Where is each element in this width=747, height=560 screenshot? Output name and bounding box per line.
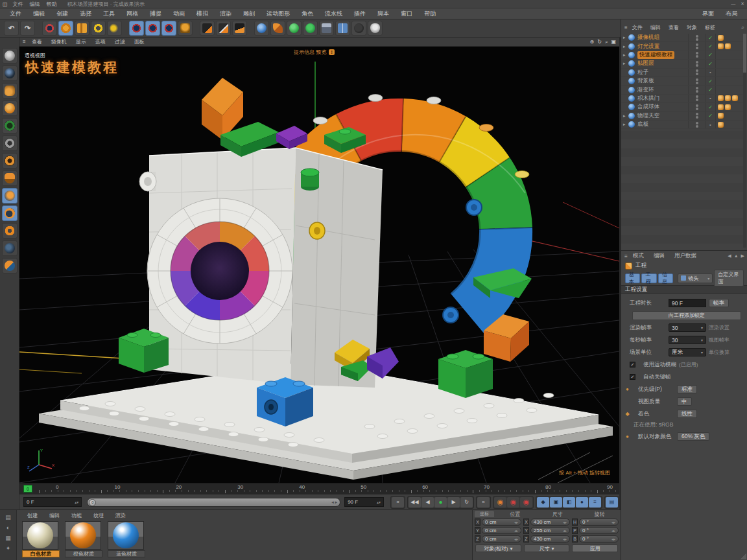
viewport-solo-button[interactable]: [2, 188, 18, 204]
coordinate-field[interactable]: 0 °◂▸: [579, 535, 619, 542]
menubar-item-12[interactable]: 角色: [296, 10, 319, 18]
spinner-icon[interactable]: ◂▸: [563, 537, 567, 541]
object-row[interactable]: ▸灯光设置✓: [621, 42, 744, 51]
scene-setup-button[interactable]: [335, 21, 350, 36]
live-selection-button[interactable]: [42, 21, 57, 36]
visibility-dot-bottom[interactable]: [696, 73, 698, 75]
render-toggle-icon[interactable]: ✓: [705, 60, 715, 67]
keyframe-scale-toggle[interactable]: ▣: [550, 497, 562, 508]
spinner-icon[interactable]: ◂▸: [563, 528, 567, 533]
visibility-dots[interactable]: [688, 60, 705, 67]
snap-button[interactable]: [2, 205, 18, 221]
coords-apply-button[interactable]: 应用: [572, 544, 618, 552]
menubar-right-item-0[interactable]: 界面: [696, 10, 720, 18]
keyframe-rotation-toggle[interactable]: ◧: [563, 497, 575, 508]
attribute-button[interactable]: 中: [677, 397, 692, 406]
attribute-value-field[interactable]: 90 F: [669, 299, 706, 307]
menubar-item-7[interactable]: 动画: [167, 10, 191, 18]
attribute-select[interactable]: 30▾: [669, 336, 706, 344]
tag-icon[interactable]: [732, 95, 738, 101]
spinner-icon-2[interactable]: ▴▾: [377, 500, 381, 504]
visibility-dot-top[interactable]: [696, 69, 698, 72]
object-row[interactable]: ▸物理天空✓: [621, 112, 744, 121]
object-name[interactable]: 积木拱门: [637, 95, 659, 102]
menubar-item-4[interactable]: 工具: [97, 10, 121, 18]
move-tool-button[interactable]: [58, 21, 73, 36]
convert-object-button[interactable]: [2, 48, 18, 64]
viewport-hamburger-icon[interactable]: ≡: [23, 39, 26, 45]
keyframe-position-toggle[interactable]: ◆: [537, 497, 549, 508]
keyframe-pla-toggle[interactable]: ≡: [589, 497, 601, 508]
z-axis-lock-button[interactable]: [161, 21, 176, 36]
tag-icon[interactable]: [718, 122, 724, 128]
material-name[interactable]: 橙色材质: [65, 550, 102, 557]
object-name[interactable]: 合成球体: [637, 103, 659, 111]
viewport-menu-1[interactable]: 摄像机: [47, 38, 71, 45]
visibility-dot-bottom[interactable]: [696, 38, 698, 41]
render-toggle-icon[interactable]: ✓: [705, 34, 715, 41]
attribute-button[interactable]: 标准: [677, 385, 697, 393]
material-item[interactable]: 白色材质: [22, 521, 60, 557]
coordinate-field[interactable]: 0 °◂▸: [579, 527, 619, 534]
attribute-tab-0[interactable]: 基本: [625, 274, 640, 283]
visibility-dot-top[interactable]: [696, 61, 698, 64]
add-primitive-button[interactable]: [254, 21, 269, 36]
workplane-button[interactable]: [2, 100, 18, 116]
attr-forward-button[interactable]: ▶: [741, 253, 744, 259]
coords-size-select[interactable]: 尺寸▾: [524, 544, 570, 552]
scale-tool-button[interactable]: [75, 21, 89, 36]
resize-grip[interactable]: [740, 553, 746, 559]
polygons-mode-button[interactable]: [2, 153, 18, 169]
object-manager-menu-2[interactable]: 查看: [665, 24, 683, 31]
menubar-item-10[interactable]: 雕刻: [237, 10, 261, 18]
expand-caret-icon[interactable]: ▸: [623, 35, 628, 40]
visibility-dots[interactable]: [688, 42, 705, 50]
coordinate-field[interactable]: 430 cm◂▸: [530, 535, 570, 542]
render-toggle-icon[interactable]: •: [705, 95, 715, 102]
menubar-item-11[interactable]: 运动图形: [261, 10, 296, 18]
pan-view-icon[interactable]: ⊕: [590, 39, 595, 45]
locked-workplane-button[interactable]: [2, 223, 18, 239]
spinner-icon[interactable]: ◂▸: [514, 520, 518, 524]
app-icon[interactable]: ◫: [3, 1, 8, 7]
material-menu-4[interactable]: 渲染: [110, 512, 131, 519]
visibility-dot-top[interactable]: [696, 95, 698, 98]
tag-icon[interactable]: [718, 104, 724, 110]
visibility-dot-bottom[interactable]: [696, 64, 698, 67]
attr-back-button[interactable]: ◀: [728, 253, 731, 259]
visibility-dot-bottom[interactable]: [696, 55, 698, 58]
expand-caret-icon[interactable]: ▸: [623, 122, 628, 127]
render-queue-button[interactable]: [232, 21, 247, 36]
titlebar-menu-2[interactable]: 帮助: [45, 1, 58, 8]
coords-mode-select[interactable]: 对象(相对)▾: [475, 544, 521, 552]
edges-mode-button[interactable]: [2, 135, 18, 151]
visibility-dots[interactable]: [688, 34, 705, 41]
object-manager-scrollbar[interactable]: [743, 34, 746, 248]
points-mode-button[interactable]: [2, 118, 18, 134]
object-row[interactable]: 合成球体✓: [621, 103, 744, 111]
visibility-dot-top[interactable]: [696, 35, 698, 38]
visibility-dot-top[interactable]: [696, 122, 698, 124]
attribute-hamburger-icon[interactable]: ≡: [624, 253, 628, 259]
minimize-button[interactable]: —: [731, 1, 735, 6]
checkbox[interactable]: ✓: [630, 374, 635, 380]
render-toggle-icon[interactable]: ✓: [705, 51, 715, 59]
object-name[interactable]: 快速建模教程: [637, 51, 674, 59]
slider-handle[interactable]: 0: [89, 499, 96, 506]
undo-button[interactable]: ↶: [4, 21, 19, 36]
current-frame-marker[interactable]: 0: [23, 485, 32, 493]
prev-key-button[interactable]: ◀◀: [409, 497, 421, 508]
material-list-icon[interactable]: ▤: [5, 514, 11, 520]
viewport-menu-0[interactable]: 查看: [27, 38, 47, 45]
viewport-menu-5[interactable]: 面板: [130, 38, 149, 45]
viewport-menu-2[interactable]: 显示: [71, 38, 91, 45]
menubar-item-5[interactable]: 网格: [121, 10, 144, 18]
play-button[interactable]: ●: [434, 497, 447, 508]
coordinates-panel-tab[interactable]: 坐标: [475, 511, 494, 517]
menubar-item-0[interactable]: 文件: [4, 10, 27, 18]
camera-button[interactable]: [351, 21, 366, 36]
last-tool-button[interactable]: [107, 21, 122, 36]
redo-button[interactable]: ↷: [20, 21, 35, 36]
render-toggle-icon[interactable]: ✓: [705, 103, 715, 111]
render-view-button[interactable]: [200, 21, 215, 36]
